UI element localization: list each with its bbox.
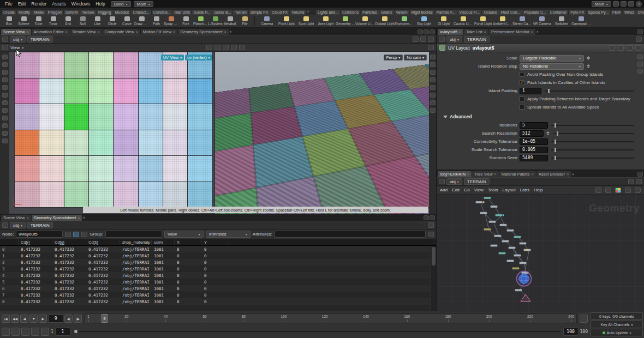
iterations-input[interactable]: 5 — [520, 122, 548, 129]
column-header[interactable]: Cd[g] — [52, 239, 86, 245]
random-seed-input[interactable]: 5489 — [520, 155, 548, 161]
shelf-tool[interactable]: Draw Curve — [134, 16, 149, 26]
pin-icon[interactable] — [618, 45, 624, 51]
menu-item[interactable]: Render — [28, 1, 49, 7]
pane-tab[interactable]: Geometry Spreadsheet — [178, 29, 229, 35]
range-start-input[interactable]: 1 — [55, 328, 70, 336]
pane-tab[interactable]: Scene View — [1, 215, 31, 221]
menu-item[interactable]: Assets — [49, 1, 69, 7]
pin-icon[interactable] — [636, 179, 642, 184]
loop-mode-icon[interactable] — [31, 328, 39, 336]
pane-tab[interactable]: Material Palette — [499, 171, 536, 177]
close-tab-icon[interactable] — [531, 29, 533, 34]
shelf-tab[interactable]: Oceans — [482, 10, 498, 15]
network-menu-item[interactable]: Edit — [452, 188, 460, 192]
background-icon[interactable] — [430, 100, 436, 105]
close-tab-icon[interactable] — [136, 29, 138, 34]
shelf-tool[interactable]: Ambient Light — [493, 16, 512, 26]
viewport-canvas[interactable]: UV View uv (vertex) Persp No cam — [9, 52, 429, 214]
column-header[interactable]: Cd[b] — [86, 239, 120, 245]
shelf-tool[interactable]: Distant Light — [375, 16, 395, 26]
shelf-tab[interactable]: Constrai... — [152, 10, 172, 15]
forward-icon[interactable] — [420, 37, 426, 42]
shading-mode-icon[interactable] — [430, 55, 436, 59]
view-type-select[interactable]: Persp — [384, 55, 403, 61]
shelf-tool[interactable]: GI Light — [434, 16, 454, 26]
shelf-tool[interactable]: Tube — [31, 16, 46, 26]
pane-maximize-icon[interactable] — [424, 215, 429, 220]
slider-handle[interactable] — [554, 148, 556, 152]
path-history-icon[interactable] — [439, 179, 445, 184]
checkbox[interactable] — [520, 105, 524, 110]
shelf-tab[interactable]: Texture — [80, 10, 96, 15]
pane-maximize-icon[interactable] — [424, 29, 429, 34]
pane-tab[interactable]: Take List — [464, 29, 488, 35]
close-tab-icon[interactable] — [173, 29, 175, 34]
shelf-tool[interactable]: Environment Light — [395, 16, 414, 26]
shelf-tool[interactable]: Circle — [105, 16, 120, 26]
camera-lock-icon[interactable] — [430, 108, 436, 113]
menu-item[interactable]: Windows — [69, 1, 93, 7]
checkbox[interactable] — [520, 72, 524, 77]
column-header[interactable]: shop_materialp — [120, 239, 152, 245]
path-history-icon[interactable] — [439, 37, 445, 42]
shelf-tool[interactable]: VR Camera — [532, 16, 552, 26]
filter-prims-icon[interactable] — [81, 232, 87, 237]
monitor-icon[interactable] — [621, 1, 627, 7]
flipbook-icon[interactable] — [2, 131, 8, 136]
shelf-tool[interactable]: Path — [149, 16, 164, 26]
main-scene-select[interactable]: Main — [134, 1, 153, 7]
shelf-tab[interactable]: Collisions — [341, 10, 360, 15]
view-select[interactable]: View — [164, 231, 204, 238]
checkbox[interactable] — [520, 80, 524, 85]
close-tab-icon[interactable] — [484, 29, 486, 34]
pane-menu-icon[interactable] — [430, 215, 435, 220]
new-pane-tab-icon[interactable] — [82, 215, 85, 221]
pane-link-icon[interactable] — [418, 29, 423, 34]
stop-button[interactable]: ■ — [29, 315, 38, 323]
search-resolution-input[interactable]: 512 — [520, 130, 544, 137]
slider-handle[interactable] — [554, 123, 556, 128]
triangle-node[interactable] — [521, 294, 530, 301]
shelf-tab[interactable]: Hair Utils — [173, 10, 192, 15]
hand-tool-icon[interactable] — [2, 62, 8, 67]
pane-menu-icon[interactable] — [637, 172, 643, 177]
auto-update-select[interactable]: Auto Update — [591, 329, 643, 336]
table-row[interactable]: 7 0.417232 0.417232 0.417232 /obj/TERRAI… — [0, 292, 436, 298]
network-menu-item[interactable]: Go — [464, 188, 470, 192]
notifications-icon[interactable] — [628, 1, 634, 7]
network-menu-item[interactable]: Help — [534, 188, 542, 192]
slider-handle[interactable] — [548, 89, 550, 93]
pane-tab[interactable]: Render View — [70, 29, 102, 35]
sculpt-icon[interactable] — [2, 116, 8, 120]
shelf-tab[interactable]: Wires — [623, 10, 636, 15]
network-menu-item[interactable]: View — [474, 188, 484, 192]
shelf-tool[interactable]: Caustic Light — [454, 16, 473, 26]
snap-icon[interactable] — [2, 100, 8, 105]
shelf-tab[interactable]: Particles — [361, 10, 379, 15]
group-input[interactable] — [105, 231, 162, 238]
close-tab-icon[interactable] — [494, 172, 497, 177]
path-context-chip[interactable]: obj — [10, 36, 26, 43]
pane-tab[interactable]: Motion FX View — [141, 29, 177, 35]
display-normals-icon[interactable] — [430, 77, 436, 82]
uv-view-select[interactable]: UV View — [161, 55, 184, 61]
island-padding-input[interactable]: 1 — [520, 88, 541, 94]
pane-tab[interactable]: Asset Browser — [536, 171, 571, 177]
vertical-scrollbar[interactable] — [431, 246, 436, 311]
shelf-tool[interactable]: Sky Light — [414, 16, 434, 26]
shelf-tool[interactable]: Null — [75, 16, 90, 26]
shelf-tab[interactable]: Particle F... — [435, 10, 457, 15]
shelf-tab[interactable]: Vellum — [395, 10, 409, 15]
path-node-chip[interactable]: TERRAIN — [27, 222, 53, 228]
connectivity-tolerance-slider[interactable] — [550, 138, 635, 145]
slider-handle[interactable] — [557, 131, 558, 136]
close-tab-icon[interactable] — [532, 172, 534, 177]
scale-stepper[interactable] — [586, 55, 591, 62]
playback-range-slider[interactable] — [72, 328, 562, 335]
display-points-icon[interactable] — [430, 70, 436, 75]
random-seed-slider[interactable] — [550, 155, 635, 161]
shelf-tab[interactable]: Charact... — [131, 10, 151, 15]
shelf-tab[interactable]: Guide P... — [192, 10, 212, 15]
network-menu-item[interactable]: Layout — [503, 188, 516, 192]
